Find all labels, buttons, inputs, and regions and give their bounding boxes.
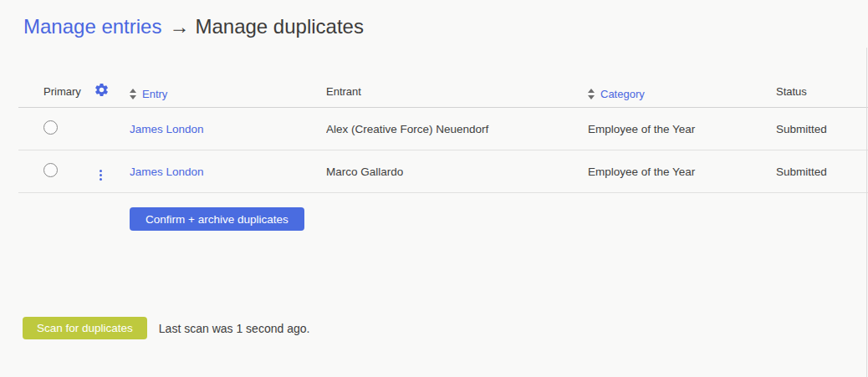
column-header-entrant: Entrant [326, 85, 588, 98]
manage-entries-link[interactable]: Manage entries [23, 15, 161, 38]
entry-cell: James London [130, 123, 326, 135]
manage-duplicates-page: Manage entries→Manage duplicates Primary… [0, 0, 868, 231]
sort-category-control[interactable]: Category [588, 88, 645, 100]
row-menu-cell [94, 162, 130, 181]
scan-for-duplicates-button[interactable]: Scan for duplicates [23, 317, 147, 339]
entrant-cell: Marco Gallardo [326, 166, 588, 178]
status-cell: Submitted [776, 166, 868, 178]
row-menu-button[interactable] [94, 169, 107, 181]
kebab-menu-icon [100, 170, 102, 172]
table-row: James London Alex (Creative Force) Neuen… [18, 108, 868, 150]
table-row: James London Marco Gallardo Employee of … [18, 150, 868, 193]
column-header-status: Status [776, 85, 868, 98]
column-header-entry: Entry [130, 83, 326, 100]
sort-entry-control[interactable]: Entry [130, 88, 167, 100]
entry-column-link[interactable]: Entry [142, 88, 167, 100]
gear-icon [94, 82, 110, 98]
last-scan-status-text: Last scan was 1 second ago. [159, 322, 310, 335]
primary-radio-row-1[interactable] [43, 163, 58, 177]
right-edge-divider [866, 48, 867, 377]
column-header-settings [94, 82, 130, 100]
column-header-category: Category [588, 83, 776, 100]
entry-cell: James London [130, 166, 326, 178]
primary-radio-row-0[interactable] [43, 120, 58, 135]
entry-link[interactable]: James London [130, 123, 204, 135]
entrant-cell: Alex (Creative Force) Neuendorf [326, 123, 588, 135]
sort-arrows-icon [588, 89, 595, 99]
primary-cell [18, 120, 94, 137]
category-cell: Employee of the Year [588, 166, 776, 178]
breadcrumb-arrow-icon: → [169, 15, 189, 38]
table-header-row: Primary Entry Entrant [18, 75, 868, 108]
entry-link[interactable]: James London [130, 166, 204, 178]
settings-button[interactable] [94, 82, 110, 98]
sort-arrows-icon [130, 89, 136, 99]
scan-section: Scan for duplicates Last scan was 1 seco… [23, 317, 309, 339]
status-cell: Submitted [776, 123, 868, 135]
primary-cell [18, 163, 94, 180]
page-title: Manage duplicates [195, 15, 363, 38]
duplicates-table: Primary Entry Entrant [18, 75, 868, 193]
column-header-primary: Primary [18, 85, 94, 98]
breadcrumb: Manage entries→Manage duplicates [0, 0, 868, 40]
category-column-link[interactable]: Category [600, 88, 645, 100]
confirm-archive-duplicates-button[interactable]: Confirm + archive duplicates [130, 207, 304, 231]
category-cell: Employee of the Year [588, 123, 776, 135]
